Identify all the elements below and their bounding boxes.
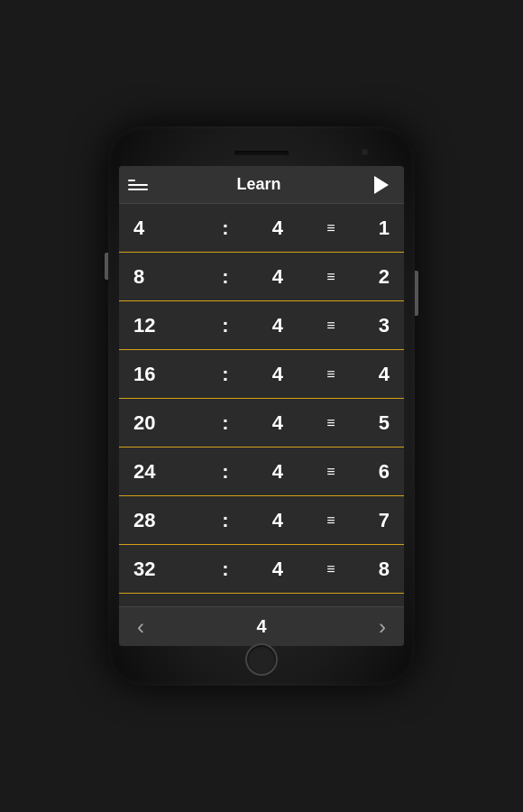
table-row[interactable]: 4 : 4 ≡ 1: [119, 204, 404, 253]
row-dividend: 4: [133, 217, 179, 240]
row-dividend: 24: [133, 460, 179, 484]
speaker-slot: [234, 151, 289, 155]
row-divisor: 4: [272, 265, 283, 289]
table-row[interactable]: 20 : 4 ≡ 5: [119, 399, 404, 448]
current-number: 4: [256, 616, 266, 637]
row-colon: :: [222, 217, 228, 240]
row-dividend: 20: [133, 411, 179, 435]
camera-dot: [362, 149, 368, 155]
row-divisor: 4: [272, 363, 283, 386]
side-button-right: [415, 271, 418, 316]
row-colon: :: [222, 509, 228, 532]
side-button-left: [105, 253, 108, 280]
prev-arrow[interactable]: ‹: [137, 614, 144, 640]
row-divisor: 4: [272, 606, 283, 607]
phone-top-bar: [119, 143, 404, 162]
row-divisor: 4: [272, 217, 283, 240]
phone-bottom-bar: [245, 650, 278, 669]
row-dividend: 16: [133, 363, 179, 386]
row-colon: :: [222, 558, 228, 581]
row-colon: :: [222, 460, 228, 484]
row-equals: ≡: [326, 220, 335, 236]
row-dividend: 12: [133, 314, 179, 337]
row-result: 1: [379, 217, 390, 240]
row-colon: :: [222, 314, 228, 337]
row-equals: ≡: [326, 561, 335, 577]
row-dividend: 28: [133, 509, 179, 532]
table-row[interactable]: 32 : 4 ≡ 8: [119, 545, 404, 594]
row-equals: ≡: [326, 512, 335, 529]
home-button[interactable]: [245, 643, 278, 676]
table-row[interactable]: 12 : 4 ≡ 3: [119, 301, 404, 350]
row-divisor: 4: [272, 509, 283, 532]
row-result: 7: [379, 509, 390, 532]
row-dividend: 32: [133, 558, 179, 581]
row-equals: ≡: [326, 415, 335, 431]
row-equals: ≡: [326, 269, 335, 285]
menu-icon[interactable]: [128, 180, 150, 190]
division-list: 4 : 4 ≡ 1 8 : 4 ≡ 2 12 : 4 ≡ 3 16 : 4 ≡ …: [119, 204, 404, 606]
row-divisor: 4: [272, 558, 283, 581]
phone-screen: Learn 4 : 4 ≡ 1 8 : 4 ≡ 2 12 : 4 ≡ 3 16: [119, 166, 404, 646]
table-row[interactable]: 28 : 4 ≡ 7: [119, 496, 404, 545]
row-equals: ≡: [326, 464, 335, 480]
table-row[interactable]: 8 : 4 ≡ 2: [119, 253, 404, 301]
row-result: 6: [379, 460, 390, 484]
phone-frame: Learn 4 : 4 ≡ 1 8 : 4 ≡ 2 12 : 4 ≡ 3 16: [108, 126, 415, 686]
row-colon: :: [222, 265, 228, 289]
row-divisor: 4: [272, 314, 283, 337]
row-result: 3: [379, 314, 390, 337]
row-divisor: 4: [272, 460, 283, 484]
play-button[interactable]: [368, 171, 395, 198]
row-colon: :: [222, 363, 228, 386]
bottom-navigation: ‹ 4 ›: [119, 606, 404, 646]
table-row[interactable]: 36 : 4 ≡ 9: [119, 594, 404, 606]
row-result: 8: [379, 558, 390, 581]
table-row[interactable]: 24 : 4 ≡ 6: [119, 448, 404, 496]
row-result: 4: [379, 363, 390, 386]
header-title: Learn: [150, 175, 368, 194]
row-result: 9: [379, 606, 390, 607]
row-divisor: 4: [272, 411, 283, 435]
row-colon: :: [222, 606, 228, 607]
row-dividend: 8: [133, 265, 179, 289]
row-colon: :: [222, 411, 228, 435]
row-result: 5: [379, 411, 390, 435]
row-result: 2: [379, 265, 390, 289]
row-equals: ≡: [326, 366, 335, 383]
row-dividend: 36: [133, 606, 179, 607]
next-arrow[interactable]: ›: [379, 614, 386, 640]
table-row[interactable]: 16 : 4 ≡ 4: [119, 350, 404, 399]
row-equals: ≡: [326, 318, 335, 334]
play-triangle-icon: [374, 176, 389, 194]
app-header: Learn: [119, 166, 404, 204]
